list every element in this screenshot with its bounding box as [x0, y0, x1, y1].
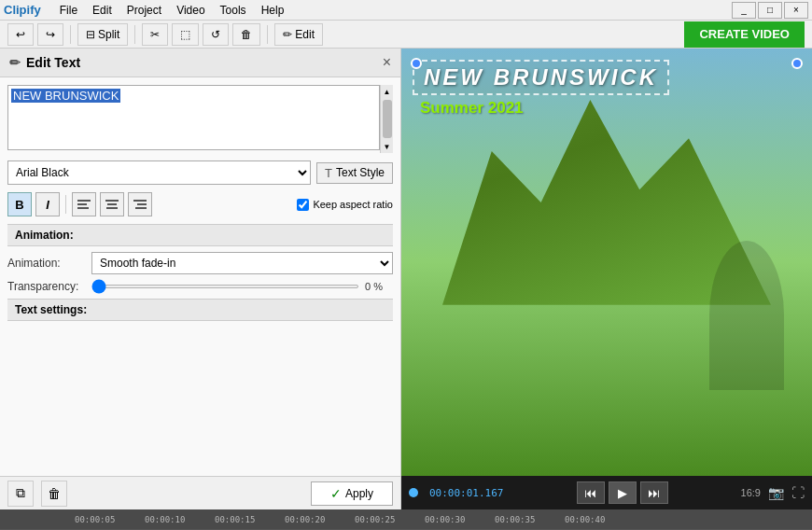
aspect-ratio-container: Keep aspect ratio — [297, 199, 393, 211]
scroll-area[interactable]: ▲ ▼ NEW BRUNSWICK Arial Black T Text Sty… — [0, 77, 400, 476]
bold-button[interactable]: B — [7, 192, 32, 216]
menu-edit[interactable]: Edit — [85, 2, 119, 19]
scroll-thumb[interactable] — [383, 100, 392, 138]
apply-button[interactable]: ✓ Apply — [311, 481, 393, 506]
format-row: B I Keep aspect ratio — [7, 192, 393, 216]
crop-button[interactable]: ⬚ — [172, 23, 199, 46]
align-center-button[interactable] — [100, 192, 124, 216]
trash-icon: 🗑 — [48, 486, 61, 501]
apply-label: Apply — [345, 487, 373, 500]
ruler-mark-0: 00:00:05 — [75, 515, 115, 524]
panel-bottom: ⧉ 🗑 ✓ Apply — [0, 476, 400, 509]
align-left-icon — [77, 199, 91, 210]
selection-handle-tl — [411, 58, 422, 69]
svg-rect-8 — [135, 207, 147, 209]
ruler-mark-7: 00:00:40 — [565, 515, 605, 524]
animation-section-header: Animation: — [7, 224, 393, 246]
edit-button[interactable]: ✏ Edit — [274, 23, 323, 46]
text-style-icon: T — [325, 166, 332, 180]
scroll-up-arrow[interactable]: ▲ — [381, 85, 394, 98]
title-overlay-border: NEW BRUNSWICK — [413, 60, 669, 95]
svg-rect-1 — [77, 203, 87, 205]
svg-rect-3 — [105, 200, 119, 202]
playback-controls: ⏮ ▶ ⏭ — [511, 481, 734, 504]
split-icon: ⊟ — [86, 28, 95, 41]
menu-project[interactable]: Project — [119, 2, 169, 19]
menu-video[interactable]: Video — [169, 2, 212, 19]
cut-icon: ✂ — [150, 28, 160, 41]
main-area: ✏ Edit Text × ▲ ▼ NEW BRUNSWICK — [0, 49, 812, 509]
animation-label: Animation: — [7, 257, 91, 270]
svg-rect-0 — [77, 200, 91, 202]
person-silhouette — [709, 241, 784, 390]
svg-rect-5 — [106, 207, 118, 209]
svg-rect-4 — [107, 203, 117, 205]
preview-panel: NEW BRUNSWICK Summer 2021 00:00:01.167 ⏮… — [401, 49, 812, 509]
svg-rect-2 — [77, 207, 89, 209]
text-scrollbar[interactable]: ▲ ▼ — [380, 85, 393, 153]
overlay-container: NEW BRUNSWICK Summer 2021 — [413, 60, 801, 118]
toolbar-separator-2 — [134, 25, 135, 44]
close-button[interactable]: × — [784, 2, 808, 19]
time-display: 00:00:01.167 — [429, 487, 504, 499]
text-input-container: ▲ ▼ NEW BRUNSWICK — [7, 85, 393, 153]
play-button[interactable]: ▶ — [609, 481, 637, 504]
cut-button[interactable]: ✂ — [142, 23, 168, 46]
italic-button[interactable]: I — [35, 192, 60, 216]
create-video-button[interactable]: CREATE VIDEO — [684, 21, 805, 48]
app-title: Clipify — [4, 3, 41, 17]
text-settings-section-header: Text settings: — [7, 299, 393, 321]
maximize-button[interactable]: □ — [758, 2, 782, 19]
undo-button[interactable]: ↩ — [7, 23, 34, 46]
panel-header: ✏ Edit Text × — [0, 49, 400, 77]
toolbar-separator-3 — [267, 25, 268, 44]
transparency-label: Transparency: — [7, 280, 91, 293]
panel-title: ✏ Edit Text — [9, 55, 80, 70]
svg-rect-6 — [133, 200, 147, 202]
menu-file[interactable]: File — [52, 2, 85, 19]
copy-button[interactable]: ⧉ — [7, 481, 34, 507]
selection-handle-tr — [791, 58, 803, 69]
transparency-slider[interactable] — [91, 285, 359, 288]
redo-button[interactable]: ↪ — [37, 23, 63, 46]
minimize-button[interactable]: _ — [732, 2, 756, 19]
edit-label: Edit — [295, 28, 315, 41]
next-button[interactable]: ⏭ — [640, 481, 668, 504]
ruler-mark-5: 00:00:30 — [425, 515, 465, 524]
text-input[interactable] — [7, 85, 380, 150]
edit-text-icon: ✏ — [9, 55, 21, 70]
text-style-button[interactable]: T Text Style — [316, 162, 393, 184]
font-select[interactable]: Arial Black — [7, 160, 311, 185]
split-button[interactable]: ⊟ Split — [77, 23, 128, 46]
rotate-button[interactable]: ↺ — [203, 23, 229, 46]
align-left-button[interactable] — [72, 192, 96, 216]
scroll-down-arrow[interactable]: ▼ — [381, 140, 394, 153]
align-right-button[interactable] — [128, 192, 152, 216]
camera-icon[interactable]: 📷 — [768, 485, 784, 500]
trash-button[interactable]: 🗑 — [41, 481, 67, 507]
animation-select[interactable]: Smooth fade-in — [91, 252, 393, 274]
video-controls-bar: 00:00:01.167 ⏮ ▶ ⏭ 16:9 📷 ⛶ — [401, 476, 812, 509]
transparency-value: 0 % — [365, 281, 393, 292]
copy-icon: ⧉ — [16, 485, 25, 501]
menu-tools[interactable]: Tools — [213, 2, 254, 19]
transparency-slider-container: 0 % — [91, 281, 393, 292]
menu-help[interactable]: Help — [254, 2, 292, 19]
ruler-mark-2: 00:00:15 — [215, 515, 255, 524]
align-right-icon — [133, 199, 147, 210]
split-label: Split — [98, 28, 119, 41]
edit-text-panel: ✏ Edit Text × ▲ ▼ NEW BRUNSWICK — [0, 49, 401, 509]
ruler-mark-1: 00:00:10 — [145, 515, 185, 524]
fullscreen-icon[interactable]: ⛶ — [791, 485, 805, 500]
prev-button[interactable]: ⏮ — [577, 481, 605, 504]
preview-subtitle-text: Summer 2021 — [420, 99, 524, 117]
delete-button[interactable]: 🗑 — [232, 23, 260, 46]
toolbar-separator-1 — [70, 25, 71, 44]
panel-close-button[interactable]: × — [383, 54, 391, 71]
crop-icon: ⬚ — [180, 28, 190, 41]
preview-area: NEW BRUNSWICK Summer 2021 — [401, 49, 812, 476]
ruler-mark-4: 00:00:25 — [355, 515, 395, 524]
main-toolbar: ↩ ↪ ⊟ Split ✂ ⬚ ↺ 🗑 ✏ Edit CREATE VIDEO — [0, 21, 812, 49]
timeline-ruler: 00:00:05 00:00:10 00:00:15 00:00:20 00:0… — [0, 509, 812, 530]
aspect-ratio-checkbox[interactable] — [297, 199, 309, 211]
